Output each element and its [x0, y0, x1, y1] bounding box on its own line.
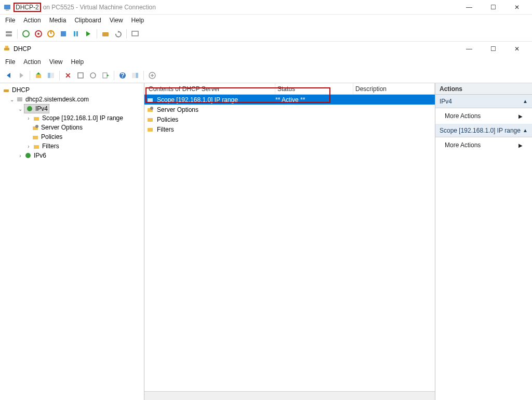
enhanced-session-button[interactable]	[129, 28, 141, 40]
vm-menu-clipboard[interactable]: Clipboard	[74, 17, 101, 24]
policies-icon	[31, 133, 39, 141]
dhcp-menu-help[interactable]: Help	[71, 58, 84, 66]
separator	[114, 71, 114, 80]
svg-rect-44	[148, 98, 153, 102]
actions-section-ipv4[interactable]: IPv4 ▲	[435, 95, 532, 108]
actions-more-label: More Actions	[445, 141, 481, 149]
svg-rect-48	[148, 128, 153, 132]
col-contents[interactable]: Contents of DHCP Server	[147, 83, 275, 94]
tree-scope[interactable]: › Scope [192.168.1.0] IP range	[1, 113, 143, 123]
vm-menu-file[interactable]: File	[5, 17, 15, 24]
separator	[126, 29, 127, 38]
svg-rect-9	[61, 31, 66, 36]
vm-menu-action[interactable]: Action	[23, 17, 41, 24]
svg-rect-20	[36, 74, 41, 78]
up-button[interactable]	[33, 70, 44, 81]
expander-icon[interactable]: ⌄	[17, 106, 24, 112]
tree-ipv4[interactable]: ⌄ IPv4	[1, 104, 143, 113]
svg-rect-2	[6, 31, 12, 33]
minimize-button[interactable]: —	[457, 0, 481, 15]
vm-subtitle: on PC5525 - Virtual Machine Connection	[43, 4, 156, 11]
expander-icon[interactable]: ›	[17, 153, 24, 159]
list-row-policies[interactable]: Policies	[144, 114, 435, 124]
list-row-scope[interactable]: Scope [192.168.1.0] IP range ** Active *…	[144, 95, 435, 105]
row-name: Server Options	[157, 106, 198, 113]
scope-icon	[147, 96, 155, 104]
dhcp-menu-action[interactable]: Action	[23, 58, 41, 66]
properties-button[interactable]	[87, 70, 99, 81]
list-row-filters[interactable]: Filters	[144, 124, 435, 134]
col-status[interactable]: Status	[275, 83, 353, 94]
actions-more-scope[interactable]: More Actions ▶	[435, 137, 532, 153]
row-name: Policies	[157, 116, 178, 123]
list-row-server-options[interactable]: Server Options	[144, 105, 435, 114]
inner-maximize-button[interactable]: ☐	[481, 42, 505, 56]
horizontal-scrollbar[interactable]	[144, 391, 435, 400]
tree-server-options-label: Server Options	[41, 124, 83, 131]
checkpoint-button[interactable]	[100, 28, 111, 40]
save-button[interactable]	[58, 28, 69, 40]
vm-menu-view[interactable]: View	[110, 17, 123, 24]
turnoff-button[interactable]	[33, 28, 44, 40]
expander-icon[interactable]: ⌄	[8, 97, 16, 102]
tree-scope-label: Scope [192.168.1.0] IP range	[42, 114, 123, 122]
ipv4-icon	[25, 105, 34, 113]
start-button[interactable]	[20, 28, 32, 40]
row-name: Filters	[157, 126, 174, 133]
actions-pane: Actions IPv4 ▲ More Actions ▶ Scope [192…	[435, 83, 532, 400]
dhcp-menubar: File Action View Help	[0, 56, 532, 68]
svg-marker-18	[7, 73, 10, 78]
vm-menubar: File Action Media Clipboard View Help	[0, 15, 532, 26]
actions-more-ipv4[interactable]: More Actions ▶	[435, 108, 532, 124]
help-button[interactable]: ?	[117, 70, 128, 81]
separator	[17, 29, 18, 38]
dhcp-menu-view[interactable]: View	[49, 58, 63, 66]
tree-policies[interactable]: Policies	[1, 132, 143, 141]
dhcp-menu-file[interactable]: File	[5, 58, 15, 66]
actions-section-scope[interactable]: Scope [192.168.1.0] IP range ▲	[435, 124, 532, 137]
tree-filters[interactable]: › Filters	[1, 141, 143, 151]
ctrl-alt-del-button[interactable]	[3, 28, 15, 40]
actions-section-label: IPv4	[440, 98, 452, 105]
close-button[interactable]: ✕	[505, 0, 529, 15]
svg-rect-3	[6, 34, 12, 36]
tree-pane[interactable]: DHCP ⌄ dhcp2.sistemdesk.com ⌄ IPv4 › Sco…	[0, 83, 144, 400]
expander-icon[interactable]: ›	[25, 144, 32, 149]
delete-button[interactable]: ✕	[62, 70, 74, 81]
new-scope-button[interactable]	[147, 70, 158, 81]
collapse-icon: ▲	[523, 127, 528, 133]
svg-rect-47	[148, 118, 153, 122]
shutdown-button[interactable]	[45, 28, 57, 40]
maximize-button[interactable]: ☐	[481, 0, 505, 15]
tree-ipv6[interactable]: › IPv6	[1, 151, 143, 160]
refresh-button[interactable]	[75, 70, 86, 81]
tree-root[interactable]: DHCP	[1, 85, 143, 95]
dhcp-toolbar: ✕ ?	[0, 68, 532, 83]
inner-minimize-button[interactable]: —	[457, 42, 481, 56]
server-options-icon	[31, 123, 39, 132]
expander-icon[interactable]: ›	[25, 115, 32, 121]
show-hide-tree-button[interactable]	[45, 70, 57, 81]
list-body[interactable]: Scope [192.168.1.0] IP range ** Active *…	[144, 95, 435, 391]
tree-server-options[interactable]: Server Options	[1, 123, 143, 132]
svg-text:?: ?	[121, 72, 124, 79]
vm-menu-help[interactable]: Help	[131, 17, 144, 24]
show-hide-actions-button[interactable]	[129, 70, 141, 81]
separator	[30, 71, 30, 80]
forward-button[interactable]	[16, 70, 27, 81]
svg-rect-10	[74, 31, 75, 36]
tree-server[interactable]: ⌄ dhcp2.sistemdesk.com	[1, 95, 143, 104]
svg-rect-42	[34, 145, 39, 149]
export-button[interactable]	[100, 70, 111, 81]
inner-close-button[interactable]: ✕	[505, 42, 529, 56]
vm-menu-media[interactable]: Media	[49, 17, 66, 24]
pause-button[interactable]	[70, 28, 82, 40]
revert-button[interactable]	[112, 28, 124, 40]
back-button[interactable]	[3, 70, 15, 81]
svg-rect-31	[136, 73, 138, 78]
reset-button[interactable]	[83, 28, 94, 40]
svg-rect-13	[102, 32, 109, 36]
vm-titlebar: DHCP-2 on PC5525 - Virtual Machine Conne…	[0, 0, 532, 15]
svg-rect-1	[6, 10, 9, 10]
col-description[interactable]: Description	[353, 83, 435, 94]
